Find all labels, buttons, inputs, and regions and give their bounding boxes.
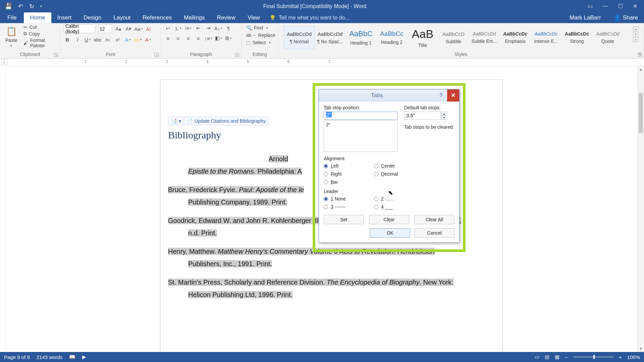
styles-gallery-scroll[interactable]: ▴▾≡ [633,24,639,42]
paragraph-launcher[interactable]: ↘ [235,53,239,57]
account-name[interactable]: Mark LaBarr [563,12,608,23]
font-name-combo[interactable]: Calibri (Body) [64,24,95,33]
numbering-icon[interactable]: 1. [174,24,182,32]
cut-button[interactable]: ✂Cut [22,24,57,30]
style-emphasis[interactable]: AaBbCcDcEmphasis [500,26,531,49]
redo-icon[interactable]: ↻ [29,3,34,10]
font-color-icon[interactable]: A [144,36,152,43]
change-case-icon[interactable]: Aa [135,25,142,33]
tab-design[interactable]: Design [77,12,107,23]
zoom-out-icon[interactable]: − [565,354,568,360]
maximize-icon[interactable]: ☐ [618,3,623,9]
spellcheck-icon[interactable]: 📖 [69,354,75,360]
vertical-scrollbar[interactable]: ▲ ▼ [637,66,644,352]
sort-icon[interactable]: A↓ [215,24,222,32]
shrink-font-icon[interactable]: A▾ [125,25,132,33]
scroll-down-icon[interactable]: ▼ [638,345,644,352]
style--normal[interactable]: AaBbCcDd¶ Normal [284,26,315,49]
borders-icon[interactable]: ⊞ [225,35,232,42]
tab-view[interactable]: View [241,12,266,23]
subscript-icon[interactable]: x₂ [104,36,111,43]
style-subtle-em-[interactable]: AaBbCcDdSubtle Em... [469,26,500,49]
font-launcher[interactable]: ↘ [155,53,159,57]
find-button[interactable]: 🔍Find▾ [245,25,275,31]
tab-selector[interactable]: L [1,59,7,65]
highlight-icon[interactable]: ab [134,36,142,43]
ok-button[interactable]: OK [370,228,410,238]
superscript-icon[interactable]: x² [114,36,121,43]
align-right-icon[interactable]: ≡ [184,35,192,42]
spin-down-icon[interactable]: ▼ [441,116,447,120]
alignment-bar-radio[interactable]: Bar [324,179,361,185]
multilevel-icon[interactable]: ⁝≡ [184,24,192,32]
alignment-right-radio[interactable]: Right [324,171,361,177]
leader-1-radio[interactable]: 1 None [324,196,361,201]
tab-stop-list-item[interactable]: 2" [326,122,395,127]
style-heading-1[interactable]: AaBbCHeading 1 [345,26,376,49]
tab-stop-position-input[interactable]: 2" [324,112,397,120]
style-quote[interactable]: AaBbCcDdQuote [592,26,623,49]
font-size-combo[interactable]: 12 [98,24,112,33]
alignment-center-radio[interactable]: Center [374,163,411,169]
align-center-icon[interactable]: ≡ [174,35,182,42]
underline-icon[interactable]: U [84,36,91,43]
line-spacing-icon[interactable]: ↕≡ [205,35,212,42]
leader-2-radio[interactable]: 2 ....... [374,196,411,201]
print-layout-icon[interactable]: ▤ [545,354,549,360]
style-subtitle[interactable]: AaBbCcDSubtitle [438,26,469,49]
strikethrough-icon[interactable]: abc [94,36,101,43]
scroll-thumb[interactable] [639,93,643,133]
undo-icon[interactable]: ↶ [18,3,23,10]
save-icon[interactable]: 💾 [5,3,12,10]
paste-button[interactable]: 📋Paste▾ [3,24,19,49]
alignment-left-radio[interactable]: Left [324,163,361,169]
set-button[interactable]: Set [324,215,364,224]
clipboard-launcher[interactable]: ↘ [54,53,58,57]
zoom-in-icon[interactable]: + [619,354,622,360]
page-number[interactable]: Page 9 of 9 [4,354,30,360]
alignment-decimal-radio[interactable]: Decimal [374,171,411,177]
ruler-vertical[interactable] [0,66,6,352]
italic-icon[interactable]: I [74,36,81,43]
read-mode-icon[interactable]: ▭ [535,354,539,360]
tell-me-search[interactable]: 💡Tell me what you want to do... [266,12,563,23]
show-hide-icon[interactable]: ¶ [225,24,232,32]
tab-insert[interactable]: Insert [51,12,78,23]
collapse-ribbon-icon[interactable]: ᐱ [639,52,641,56]
select-button[interactable]: ⬚Select▾ [245,40,275,45]
ribbon-display-icon[interactable]: ▭ [588,3,593,9]
default-tab-stops-spinner[interactable]: ▲▼ [404,112,454,120]
replace-button[interactable]: ab→Replace [245,33,275,38]
leader-3-radio[interactable]: 3 ------- [324,204,361,209]
grow-font-icon[interactable]: A▴ [115,25,122,33]
scroll-up-icon[interactable]: ▲ [638,66,644,73]
tab-stop-list[interactable]: 2" [324,120,397,152]
qat-customize-icon[interactable]: ▾ [40,4,42,8]
style-intense-e-[interactable]: AaBbCcDcIntense E... [531,26,561,49]
macro-icon[interactable]: ▶ [82,354,86,360]
close-icon[interactable]: ✕ [633,3,637,9]
zoom-level[interactable]: 100% [627,354,640,360]
bold-icon[interactable]: B [64,36,71,43]
update-citations-button[interactable]: 📄Update Citations and Bibliography [184,117,268,125]
bibliography-menu-button[interactable]: 📑▾ [168,117,184,125]
dialog-titlebar[interactable]: Tabs ? ✕ [319,89,459,102]
tab-references[interactable]: References [137,12,178,23]
styles-gallery[interactable]: AaBbCcDd¶ NormalAaBbCcDd¶ No Spac...AaBb… [282,24,633,49]
align-left-icon[interactable]: ≡ [164,35,172,42]
clear-all-button[interactable]: Clear All [414,215,454,224]
clear-formatting-icon[interactable]: A⃠ [145,25,152,33]
default-tab-stops-input[interactable] [404,112,441,120]
style-title[interactable]: AaBTitle [407,26,438,49]
tab-file[interactable]: File [0,12,24,23]
spin-up-icon[interactable]: ▲ [441,112,447,116]
leader-4-radio[interactable]: 4 ___ [374,204,411,209]
clear-button[interactable]: Clear [369,215,409,224]
ruler-horizontal[interactable]: L 1234567 [0,59,644,66]
style-strong[interactable]: AaBbCcDcStrong [561,26,592,49]
cancel-button[interactable]: Cancel [414,228,454,238]
dialog-close-icon[interactable]: ✕ [447,89,459,102]
word-count[interactable]: 2143 words [37,354,63,360]
text-effects-icon[interactable]: A [124,36,131,43]
tab-mailings[interactable]: Mailings [178,12,211,23]
